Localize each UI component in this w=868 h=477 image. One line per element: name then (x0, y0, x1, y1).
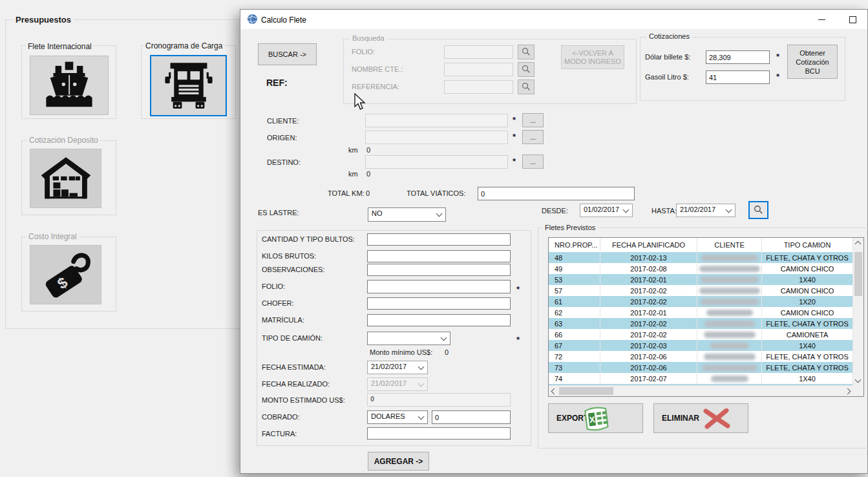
matricula-input[interactable] (367, 314, 511, 326)
factura-label: FACTURA: (262, 430, 297, 438)
cobrado-currency-value: DOLARES (371, 412, 405, 420)
gasoil-litro-input[interactable] (706, 70, 770, 84)
volver-modo-ingreso-button[interactable]: <-VOLVER A MODO INGRESO (561, 45, 624, 69)
factura-input[interactable] (367, 427, 511, 440)
observaciones-input[interactable] (367, 264, 511, 276)
total-viaticos-input[interactable] (478, 187, 635, 200)
buscar-button[interactable]: BUSCAR -> (258, 43, 317, 65)
scrollbar-corner (853, 386, 863, 396)
busqueda-referencia-input[interactable] (444, 80, 513, 94)
exportar-button[interactable]: EXPORTAR X (548, 403, 643, 433)
es-lastre-select[interactable]: NO (368, 207, 446, 222)
costo-integral-label: Costo Integral (26, 232, 79, 241)
chevron-down-icon (441, 334, 447, 341)
fletes-table-header: NRO.PROP... FECHA PLANIFICADO CLIENTE TI… (549, 238, 853, 253)
busqueda-folio-input[interactable] (444, 45, 513, 59)
cell-nro: 73 (549, 362, 600, 373)
table-row[interactable]: 74 2017-02-07 1X40 (549, 373, 853, 384)
maximize-button[interactable] (838, 10, 867, 29)
cell-nro: 67 (549, 340, 600, 351)
dolar-billete-input[interactable] (706, 50, 770, 64)
table-row[interactable]: 72 2017-02-06 FLETE, CHATA Y OTROS (549, 351, 853, 362)
desde-datepicker[interactable]: 01/02/2017 (580, 204, 633, 217)
destino-browse-button[interactable]: ... (522, 154, 544, 169)
cobrado-currency-select[interactable]: DOLARES (367, 410, 428, 424)
column-header-cliente[interactable]: CLIENTE (697, 238, 762, 252)
fecha-realizado-label: FECHA REALIZADO: (262, 380, 330, 388)
hasta-datepicker[interactable]: 21/02/2017 (676, 204, 736, 217)
kilos-brutos-label: KILOS BRUTOS: (262, 252, 316, 260)
kilos-brutos-input[interactable] (367, 250, 511, 262)
horizontal-scroll-thumb[interactable] (559, 387, 613, 395)
cotizacion-deposito-button[interactable] (30, 149, 101, 208)
origen-input[interactable] (365, 131, 508, 144)
cronograma-button[interactable] (150, 55, 227, 116)
table-row[interactable]: 61 2017-02-02 1X20 (549, 296, 853, 307)
table-row[interactable]: 57 2017-02-02 CAMION CHICO (549, 285, 853, 296)
table-row[interactable]: 63 2017-02-02 FLETE, CHATA Y OTROS (549, 318, 853, 329)
cell-fecha: 2017-02-03 (600, 340, 697, 351)
cantidad-bultos-input[interactable] (367, 233, 511, 246)
vertical-scrollbar[interactable] (852, 238, 863, 386)
es-lastre-label: ES LASTRE: (258, 209, 299, 217)
obtener-cotizacion-bcu-button[interactable]: Obtener Cotización BCU (787, 45, 838, 79)
cell-fecha: 2017-02-06 (600, 351, 697, 362)
eliminar-button[interactable]: ELIMINAR (653, 403, 748, 433)
table-row[interactable]: 48 2017-02-13 FLETE, CHATA Y OTROS (549, 252, 853, 263)
destino-required-mark: * (513, 156, 516, 166)
scroll-down-icon (855, 377, 862, 383)
search-icon (753, 204, 764, 217)
buscar-fletes-button[interactable] (748, 201, 768, 219)
table-row[interactable]: 73 2017-02-06 FLETE, CHATA Y OTROS (549, 362, 853, 373)
chofer-input[interactable] (367, 297, 511, 310)
folio-label: FOLIO: (262, 282, 285, 290)
cliente-input[interactable] (365, 114, 508, 127)
monto-estimado-input[interactable]: 0 (367, 393, 511, 407)
column-header-fecha[interactable]: FECHA PLANIFICADO (600, 238, 697, 252)
column-header-nro[interactable]: NRO.PROP... (549, 238, 600, 252)
folio-input[interactable] (367, 280, 511, 293)
table-row[interactable]: 49 2017-02-08 CAMION CHICO (549, 263, 853, 274)
costo-integral-button[interactable]: $ (30, 245, 101, 304)
busqueda-referencia-search-button[interactable] (518, 80, 535, 94)
cobrado-amount-input[interactable] (432, 410, 511, 424)
cliente-browse-button[interactable]: ... (522, 113, 544, 127)
busqueda-nombre-label: NOMBRE CTE.: (352, 65, 403, 73)
fecha-realizado-datepicker[interactable]: 21/02/2017 (367, 377, 428, 391)
monto-estimado-value: 0 (370, 395, 374, 403)
column-header-tipo[interactable]: TIPO CAMION (762, 238, 852, 252)
cell-tipo: FLETE, CHATA Y OTROS (762, 362, 852, 373)
cell-tipo: FLETE, CHATA Y OTROS (762, 252, 852, 263)
tipo-camion-required-mark: * (516, 335, 520, 344)
origen-label: ORIGEN: (267, 134, 297, 142)
cell-tipo: FLETE, CHATA Y OTROS (762, 318, 852, 329)
table-row[interactable]: 53 2017-02-01 1X40 (549, 274, 853, 285)
cliente-required-mark: * (513, 115, 516, 125)
volver-line1: <-VOLVER A (572, 49, 613, 58)
busqueda-nombre-input[interactable] (444, 63, 513, 76)
cell-fecha: 2017-02-01 (600, 307, 697, 318)
flete-internacional-button[interactable] (30, 56, 109, 115)
desde-label: DESDE: (542, 207, 568, 215)
tipo-camion-select[interactable] (367, 332, 450, 345)
busqueda-folio-search-button[interactable] (518, 45, 535, 59)
minimize-button[interactable] (807, 10, 836, 29)
table-row[interactable]: 62 2017-02-01 CAMION CHICO (549, 307, 853, 318)
cell-nro: 62 (549, 307, 600, 318)
desde-value: 01/02/2017 (584, 206, 619, 213)
truck-icon (160, 61, 218, 111)
fecha-estimada-datepicker[interactable]: 21/02/2017 (367, 361, 428, 374)
origen-browse-button[interactable]: ... (522, 130, 544, 144)
fletes-table[interactable]: NRO.PROP... FECHA PLANIFICADO CLIENTE TI… (548, 237, 864, 397)
cell-fecha: 2017-02-13 (600, 252, 697, 263)
title-bar[interactable] (240, 10, 867, 30)
agregar-button[interactable]: AGREGAR -> (368, 452, 429, 471)
vertical-scroll-thumb[interactable] (854, 252, 862, 296)
busqueda-referencia-label: REFERENCIA: (352, 83, 399, 90)
destino-input[interactable] (365, 155, 508, 169)
table-row[interactable]: 66 2017-02-02 CAMIONETA (549, 329, 853, 340)
table-row[interactable]: 67 2017-02-03 1X40 (549, 340, 853, 351)
busqueda-nombre-search-button[interactable] (518, 62, 535, 77)
horizontal-scrollbar[interactable] (549, 385, 853, 396)
busqueda-folio-label: FOLIO: (352, 48, 375, 56)
